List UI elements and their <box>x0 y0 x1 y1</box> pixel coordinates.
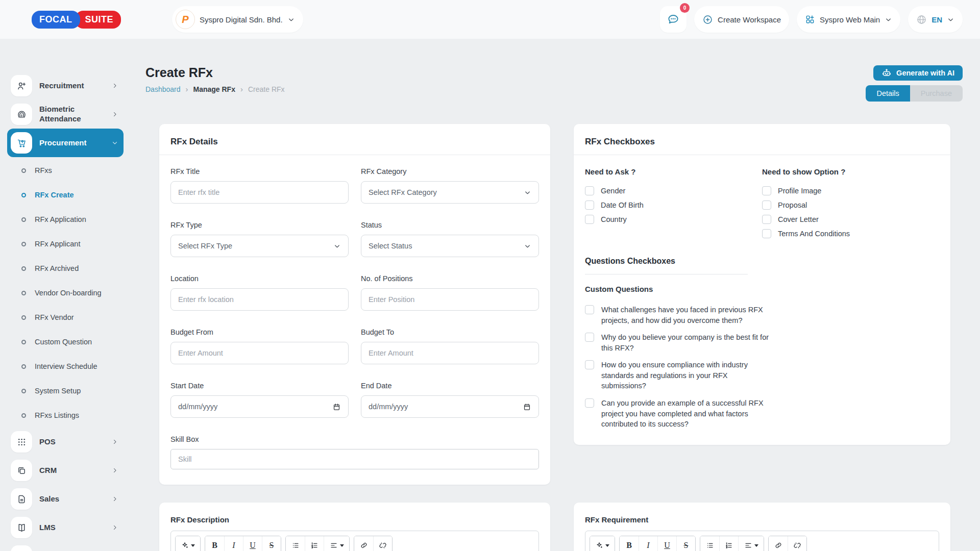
rfx-category-select[interactable]: Select RFx Category <box>361 181 539 204</box>
bold-button[interactable]: B <box>205 536 224 551</box>
checkbox-row[interactable]: Gender <box>585 186 762 195</box>
link-button[interactable] <box>354 536 373 551</box>
checkbox[interactable] <box>762 201 771 210</box>
bullet-list-button[interactable] <box>286 536 305 551</box>
tab[interactable]: Purchase <box>910 85 963 102</box>
checkbox[interactable] <box>585 215 594 224</box>
submenu-item[interactable]: System Setup <box>7 379 124 403</box>
questions-title: Questions Checkboxes <box>585 257 939 266</box>
bullet-icon <box>21 389 26 393</box>
field-rfx-type: RFx Type Select RFx Type <box>170 221 349 257</box>
checkbox-label: Date Of Birth <box>601 201 644 209</box>
checkbox[interactable] <box>762 186 771 195</box>
unlink-button[interactable] <box>788 536 806 551</box>
sidebar-item-lms[interactable]: LMS <box>7 513 124 542</box>
custom-question-row[interactable]: Can you provide an example of a successf… <box>585 398 770 430</box>
checkbox[interactable] <box>762 229 771 238</box>
workspace-selector[interactable]: Syspro Web Main <box>797 6 900 33</box>
rfx-type-select[interactable]: Select RFx Type <box>170 235 349 257</box>
sidebar-item-sales[interactable]: Sales <box>7 485 124 513</box>
tab[interactable]: Details <box>866 85 910 102</box>
language-selector[interactable]: EN <box>908 6 963 33</box>
checkbox-row[interactable]: Cover Letter <box>762 215 939 224</box>
submenu-item[interactable]: Vendor On-boarding <box>7 281 124 305</box>
submenu-item[interactable]: RFx Applicant <box>7 232 124 256</box>
checkbox-row[interactable]: Proposal <box>762 201 939 210</box>
caret-down-icon <box>605 544 609 547</box>
checkbox[interactable] <box>585 333 594 342</box>
custom-question-row[interactable]: Why do you believe your company is the b… <box>585 332 770 353</box>
checkbox[interactable] <box>585 186 594 195</box>
checkbox[interactable] <box>585 305 594 314</box>
bold-button[interactable]: B <box>620 536 639 551</box>
strikethrough-button[interactable]: S <box>676 536 695 551</box>
submenu-item[interactable]: Custom Question <box>7 330 124 354</box>
bullet-icon <box>21 242 26 246</box>
sidebar-item-procurement[interactable]: Procurement <box>7 129 124 157</box>
ordered-list-button[interactable] <box>719 536 738 551</box>
chevron-down-icon <box>947 16 954 23</box>
checkbox[interactable] <box>585 398 594 408</box>
submenu-item[interactable]: RFx Vendor <box>7 305 124 330</box>
skill-input[interactable] <box>170 449 539 469</box>
italic-button[interactable]: I <box>639 536 657 551</box>
submenu-item[interactable]: RFxs Listings <box>7 403 124 428</box>
unlink-button[interactable] <box>373 536 392 551</box>
sidebar-item-biometric-attendance[interactable]: Biometric Attendance <box>7 100 124 129</box>
submenu-item[interactable]: RFxs <box>7 158 124 183</box>
start-date-input[interactable]: dd/mm/yyyy <box>170 395 349 418</box>
positions-input[interactable] <box>361 288 539 311</box>
sidebar-item-partial[interactable] <box>7 542 124 551</box>
budget-to-input[interactable] <box>361 342 539 364</box>
checkbox[interactable] <box>762 215 771 224</box>
bullet-list-button[interactable] <box>700 536 719 551</box>
checkbox-row[interactable]: Terms And Conditions <box>762 229 939 238</box>
checkbox-label: Proposal <box>778 201 807 209</box>
status-select[interactable]: Select Status <box>361 235 539 257</box>
checkbox-row[interactable]: Profile Image <box>762 186 939 195</box>
breadcrumb-manage-rfx[interactable]: Manage RFx <box>193 85 235 93</box>
end-date-input[interactable]: dd/mm/yyyy <box>361 395 539 418</box>
rfx-title-input[interactable] <box>170 181 349 204</box>
requirement-editor[interactable]: B I U S <box>585 531 939 551</box>
app-logo[interactable]: FOCAL SUITE <box>32 11 121 29</box>
link-button[interactable] <box>769 536 788 551</box>
sidebar-item-recruitment[interactable]: Recruitment <box>7 71 124 100</box>
submenu-item[interactable]: RFx Create <box>7 183 124 207</box>
strikethrough-button[interactable]: S <box>262 536 281 551</box>
ai-magic-button[interactable] <box>176 536 200 551</box>
checkbox-row[interactable]: Country <box>585 215 762 224</box>
generate-with-ai-button[interactable]: Generate with AI <box>873 65 963 81</box>
checkbox[interactable] <box>585 360 594 369</box>
chevron-right-icon <box>111 467 118 474</box>
align-button[interactable] <box>324 536 349 551</box>
ai-magic-button[interactable] <box>590 536 615 551</box>
submenu-item[interactable]: RFx Application <box>7 207 124 232</box>
company-selector[interactable]: P Syspro Digital Sdn. Bhd. <box>172 6 303 33</box>
custom-question-row[interactable]: What challenges have you faced in previo… <box>585 305 770 325</box>
custom-question-row[interactable]: How do you ensure compliance with indust… <box>585 360 770 391</box>
align-button[interactable] <box>738 536 764 551</box>
bullet-icon <box>21 364 26 369</box>
submenu-item[interactable]: RFx Archived <box>7 256 124 281</box>
cart-icon <box>11 132 32 154</box>
submenu-item[interactable]: Interview Schedule <box>7 354 124 379</box>
location-input[interactable] <box>170 288 349 311</box>
underline-button[interactable]: U <box>657 536 676 551</box>
sparkle-icon <box>181 541 189 549</box>
underline-button[interactable]: U <box>243 536 262 551</box>
italic-button[interactable]: I <box>224 536 243 551</box>
budget-from-input[interactable] <box>170 342 349 364</box>
description-editor[interactable]: B I U S <box>170 531 539 551</box>
sidebar-item-pos[interactable]: POS <box>7 428 124 456</box>
ordered-list-button[interactable] <box>305 536 324 551</box>
create-workspace-button[interactable]: Create Workspace <box>694 6 789 33</box>
checkbox[interactable] <box>585 201 594 210</box>
checkbox-row[interactable]: Date Of Birth <box>585 201 762 210</box>
submenu-item-label: Custom Question <box>35 338 92 346</box>
chevron-down-icon <box>885 16 892 23</box>
top-header: FOCAL SUITE P Syspro Digital Sdn. Bhd. 0… <box>0 0 980 39</box>
chat-button[interactable]: 0 <box>660 6 687 33</box>
breadcrumb-dashboard[interactable]: Dashboard <box>145 85 181 93</box>
sidebar-item-crm[interactable]: CRM <box>7 456 124 485</box>
